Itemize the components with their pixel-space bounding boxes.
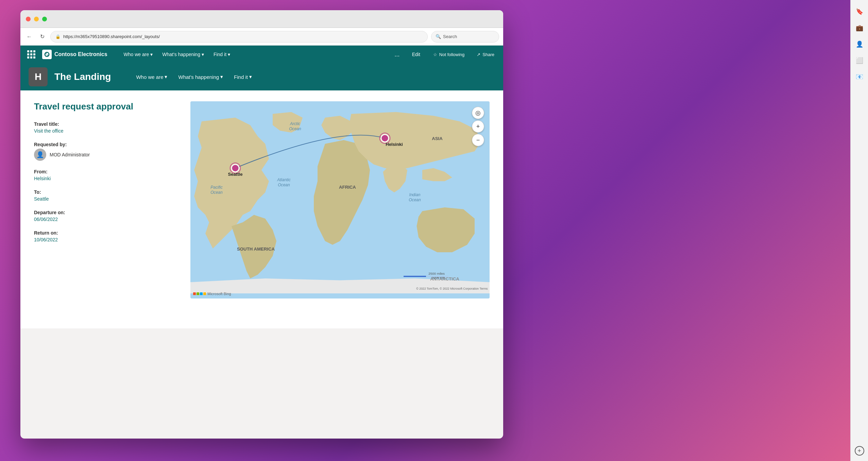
waffle-dot <box>27 53 29 55</box>
svg-text:Seattle: Seattle <box>228 172 242 177</box>
site-nav-happening[interactable]: What's happening ▾ <box>173 71 228 83</box>
site-nav-find-label: Find it <box>234 74 248 80</box>
waffle-dot <box>33 53 35 55</box>
chevron-down-icon: ▾ <box>228 52 230 57</box>
share-label: Share <box>482 52 494 57</box>
add-icon[interactable]: + <box>855 446 864 456</box>
svg-text:ASIA: ASIA <box>432 136 443 141</box>
nav-item-happening[interactable]: What's happening ▾ <box>158 50 208 59</box>
not-following-label: Not following <box>439 52 464 57</box>
search-label: Search <box>443 34 457 39</box>
company-logo[interactable]: Contoso Electronics <box>42 50 107 59</box>
chevron-down-icon: ▾ <box>220 74 223 80</box>
svg-text:Helsinki: Helsinki <box>386 142 403 147</box>
travel-title-value[interactable]: Visit the office <box>34 128 177 134</box>
address-bar[interactable]: 🔒 https://m365x79510890.sharepoint.com/_… <box>50 31 428 42</box>
nav-item-who[interactable]: Who we are ▾ <box>120 50 157 59</box>
waffle-dot <box>30 50 32 52</box>
travel-title-field: Travel title: Visit the office <box>34 121 177 134</box>
refresh-button[interactable]: ↻ <box>37 32 47 41</box>
waffle-dot <box>27 56 29 58</box>
svg-point-7 <box>381 135 389 142</box>
minimize-button[interactable] <box>34 17 39 21</box>
avatar: 👤 <box>34 149 46 161</box>
svg-text:Indian: Indian <box>409 192 421 197</box>
departure-value: 06/06/2022 <box>34 217 177 222</box>
share-icon: ↗ <box>477 52 480 57</box>
search-icon: 🔍 <box>436 34 441 39</box>
page-title: Travel request approval <box>34 101 177 112</box>
back-button[interactable]: ← <box>24 32 34 41</box>
svg-point-4 <box>232 165 239 172</box>
waffle-dot <box>33 50 35 52</box>
bing-dot-blue <box>200 292 203 295</box>
zoom-in-button[interactable]: + <box>472 120 484 133</box>
browser-nav: ← ↻ 🔒 https://m365x79510890.sharepoint.c… <box>20 28 503 46</box>
more-button[interactable]: ... <box>392 49 403 60</box>
svg-text:Ocean: Ocean <box>289 126 301 131</box>
close-button[interactable] <box>26 17 31 21</box>
waffle-dot <box>33 56 35 58</box>
requester-name: MOD Administrator <box>50 152 90 157</box>
browser-sidebar: 🔖 💼 👤 ⬜ 📧 + <box>850 0 868 461</box>
site-header: H The Landing Who we are ▾ What's happen… <box>20 63 503 90</box>
bing-dot-yellow <box>203 292 206 295</box>
share-button[interactable]: ↗ Share <box>473 50 498 59</box>
from-field: From: Helsinki <box>34 169 177 181</box>
to-field: To: Seattle <box>34 189 177 202</box>
nav-who-label: Who we are <box>124 52 149 57</box>
sp-actions: ... Edit ☆ Not following ↗ Share <box>392 49 498 60</box>
waffle-icon[interactable] <box>26 49 37 60</box>
site-nav: Who we are ▾ What's happening ▾ Find it … <box>131 71 257 83</box>
bing-dot-red <box>193 292 196 295</box>
not-following-button[interactable]: ☆ Not following <box>430 50 468 59</box>
sp-topbar: Contoso Electronics Who we are ▾ What's … <box>20 46 503 63</box>
bing-watermark: Microsoft Bing <box>193 292 231 296</box>
lock-icon: 🔒 <box>55 34 61 39</box>
office-icon[interactable]: ⬜ <box>853 54 866 67</box>
content-left: Travel request approval Travel title: Vi… <box>34 101 177 318</box>
bookmark-icon[interactable]: 🔖 <box>853 5 866 18</box>
browser-window: ← ↻ 🔒 https://m365x79510890.sharepoint.c… <box>20 10 503 439</box>
outlook-icon[interactable]: 📧 <box>853 71 866 83</box>
briefcase-icon[interactable]: 💼 <box>853 22 866 34</box>
world-map: Seattle Helsinki Pacific Ocean Atlantic … <box>190 101 490 298</box>
content-right: Seattle Helsinki Pacific Ocean Atlantic … <box>190 101 490 318</box>
waffle-dot <box>27 50 29 52</box>
star-icon: ☆ <box>433 52 437 57</box>
locate-button[interactable]: ◎ <box>472 107 484 119</box>
site-logo-letter: H <box>35 71 41 82</box>
requester-row: 👤 MOD Administrator <box>34 149 177 161</box>
svg-text:Atlantic: Atlantic <box>277 177 291 182</box>
waffle-dot <box>30 56 32 58</box>
site-nav-find[interactable]: Find it ▾ <box>229 71 257 83</box>
departure-label: Departure on: <box>34 210 177 215</box>
travel-title-label: Travel title: <box>34 121 177 127</box>
from-label: From: <box>34 169 177 174</box>
svg-text:Pacific: Pacific <box>210 185 223 190</box>
to-label: To: <box>34 189 177 195</box>
to-value[interactable]: Seattle <box>34 196 177 202</box>
company-name: Contoso Electronics <box>54 51 107 57</box>
site-title: The Landing <box>54 71 111 82</box>
chevron-down-icon: ▾ <box>150 52 153 57</box>
svg-text:AFRICA: AFRICA <box>339 185 356 190</box>
bing-logo <box>193 292 206 295</box>
site-nav-who[interactable]: Who we are ▾ <box>131 71 172 83</box>
edit-button[interactable]: Edit <box>408 50 424 59</box>
site-nav-happening-label: What's happening <box>178 74 219 80</box>
user-icon[interactable]: 👤 <box>853 38 866 50</box>
from-value[interactable]: Helsinki <box>34 176 177 181</box>
svg-point-2 <box>46 54 47 56</box>
svg-text:Arctic: Arctic <box>290 121 300 126</box>
svg-text:Ocean: Ocean <box>278 183 290 187</box>
zoom-out-button[interactable]: − <box>472 134 484 146</box>
return-label: Return on: <box>34 230 177 236</box>
browser-search[interactable]: 🔍 Search <box>431 31 499 42</box>
map-container[interactable]: Seattle Helsinki Pacific Ocean Atlantic … <box>190 101 490 298</box>
sidebar-bottom: + <box>855 446 864 456</box>
main-content: Travel request approval Travel title: Vi… <box>20 90 503 328</box>
maximize-button[interactable] <box>42 17 47 21</box>
nav-item-find[interactable]: Find it ▾ <box>209 50 234 59</box>
avatar-icon: 👤 <box>36 151 44 158</box>
